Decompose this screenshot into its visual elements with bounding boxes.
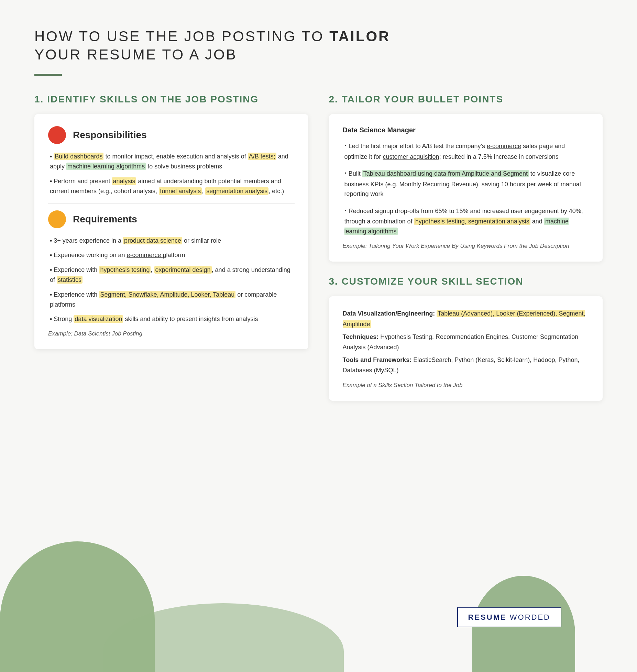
resp1-highlight2: A/B tests; [248, 153, 276, 160]
req3-highlight3: statistics [57, 276, 83, 284]
req1-highlight1: product data science [123, 237, 182, 244]
bullet2-highlight1: Tableau dashboard using data from Amplit… [362, 170, 529, 177]
two-column-layout: 1. IDENTIFY SKILLS ON THE JOB POSTING Re… [34, 93, 603, 415]
logo-normal: WORDED [507, 613, 550, 621]
bullet2-item-3: Reduced signup drop-offs from 65% to 15%… [343, 205, 589, 236]
section3-example: Example of a Skills Section Tailored to … [343, 382, 589, 389]
bullet2-item-2: Built Tableau dashboard using data from … [343, 167, 589, 199]
bullet2-underline2: customer acquisition [383, 153, 439, 160]
resp-item-1: Build dashboards to monitor impact, enab… [48, 152, 295, 172]
responsibilities-header: Responsibilities [48, 126, 295, 144]
resp1-highlight3: machine learning algorithms [66, 163, 146, 170]
title-normal: HOW TO USE THE JOB POSTING TO [34, 28, 329, 44]
right-column: 2. TAILOR YOUR BULLET POINTS Data Scienc… [329, 93, 603, 415]
main-title: HOW TO USE THE JOB POSTING TO TAILOR YOU… [34, 27, 603, 64]
resume-worded-logo: RESUME WORDED [457, 607, 561, 627]
req3-highlight1: hypothesis testing [99, 266, 151, 274]
section3-card: Data Visualization/Engineering: Tableau … [329, 296, 603, 401]
title-bold: TAILOR [329, 28, 390, 44]
resp2-highlight2: funnel analysis [159, 187, 202, 195]
logo-bold: RESUME [468, 613, 507, 621]
req4-highlight1: Segment, Snowflake, Amplitude, Looker, T… [99, 291, 235, 298]
title-underline [34, 74, 62, 76]
req-item-3: Experience with hypothesis testing, expe… [48, 265, 295, 285]
bullet2-item-1: Led the first major effort to A/B test t… [343, 140, 589, 162]
skill-line-2: Techniques: Hypothesis Testing, Recommen… [343, 332, 589, 353]
resp1-highlight1: Build dashboards [54, 153, 103, 160]
resp2-highlight1: analysis [112, 177, 136, 185]
section2-heading: 2. TAILOR YOUR BULLET POINTS [329, 93, 603, 106]
card-separator [48, 203, 295, 203]
logo-text: RESUME WORDED [468, 613, 550, 621]
skill-line-1: Data Visualization/Engineering: Tableau … [343, 308, 589, 329]
red-circle-icon [48, 126, 66, 144]
skill-line-3: Tools and Frameworks: ElasticSearch, Pyt… [343, 355, 589, 376]
requirements-header: Requirements [48, 210, 295, 228]
responsibilities-label: Responsibilities [73, 130, 147, 141]
orange-circle-icon [48, 210, 66, 228]
req-item-1: 3+ years experience in a product data sc… [48, 236, 295, 246]
title-line2: YOUR RESUME TO A JOB [34, 46, 237, 63]
job-title: Data Science Manager [343, 126, 589, 134]
responsibilities-list: Build dashboards to monitor impact, enab… [48, 152, 295, 196]
resp2-highlight3: segmentation analysis [205, 187, 268, 195]
req5-highlight1: data visualization [74, 315, 123, 323]
skill1-label: Data Visualization/Engineering: [343, 310, 435, 317]
skill2-label: Techniques: [343, 333, 379, 340]
section2-card: Data Science Manager Led the first major… [329, 114, 603, 262]
skill3-label: Tools and Frameworks: [343, 356, 412, 363]
section3-heading: 3. CUSTOMIZE YOUR SKILL SECTION [329, 275, 603, 288]
requirements-label: Requirements [73, 214, 137, 225]
section1-heading: 1. IDENTIFY SKILLS ON THE JOB POSTING [34, 93, 308, 106]
section1-card: Responsibilities Build dashboards to mon… [34, 114, 308, 349]
requirements-list: 3+ years experience in a product data sc… [48, 236, 295, 324]
req-item-5: Strong data visualization skills and abi… [48, 314, 295, 324]
section1-example: Example: Data Scientist Job Posting [48, 330, 295, 337]
req2-underline: e-commerce p [127, 252, 166, 258]
bullet2-highlight2: hypothesis testing, segmentation analysi… [414, 218, 530, 225]
bullet2-underline1: e-commerce [487, 143, 521, 150]
req3-highlight2: experimental design [154, 266, 212, 274]
resp-item-2: Perform and present analysis aimed at un… [48, 176, 295, 196]
req-item-4: Experience with Segment, Snowflake, Ampl… [48, 290, 295, 310]
req-item-2: Experience working on an e-commerce plat… [48, 250, 295, 260]
section2-example: Example: Tailoring Your Work Experience … [343, 243, 589, 250]
left-column: 1. IDENTIFY SKILLS ON THE JOB POSTING Re… [34, 93, 308, 363]
